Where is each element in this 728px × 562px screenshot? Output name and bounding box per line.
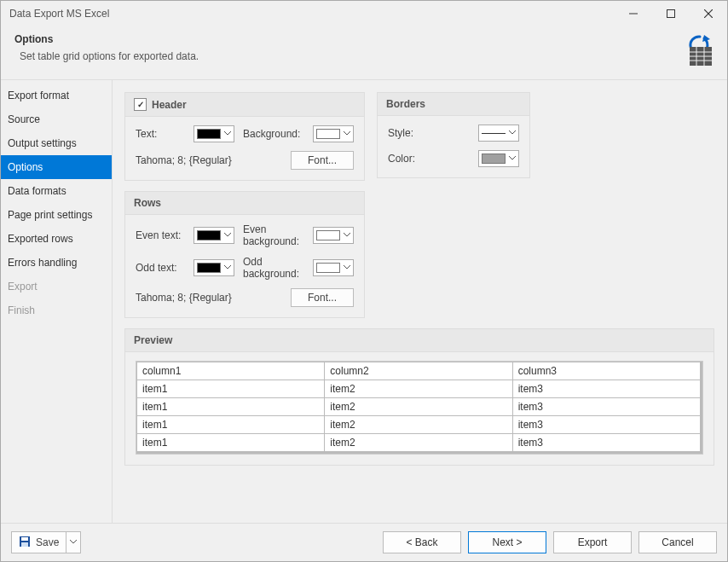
save-icon <box>19 536 31 550</box>
odd-bg-label: Odd background: <box>243 256 304 280</box>
header-bg-label: Background: <box>243 128 304 140</box>
sidebar-item-output-settings[interactable]: Output settings <box>1 131 112 155</box>
table-row: item1item2item3 <box>137 398 701 416</box>
cancel-button[interactable]: Cancel <box>638 531 717 553</box>
even-bg-label: Even background: <box>243 223 304 247</box>
preview-cell: item3 <box>512 416 700 434</box>
border-color-dropdown[interactable] <box>478 150 519 167</box>
border-style-label: Style: <box>388 127 470 139</box>
export-button[interactable]: Export <box>553 531 632 553</box>
even-bg-color-dropdown[interactable] <box>313 227 354 244</box>
preview-table: column1column2column3item1item2item3item… <box>136 362 701 452</box>
borders-group: Borders Style: Color: <box>377 92 530 178</box>
preview-column-header: column2 <box>325 362 512 380</box>
options-panel: ✓ Header Text: Background: <box>113 80 727 523</box>
preview-column-header: column1 <box>137 362 325 380</box>
save-split-button[interactable]: Save <box>11 531 81 553</box>
page-header: Options Set table grid options for expor… <box>1 26 727 80</box>
even-text-label: Even text: <box>136 229 185 241</box>
borders-group-title: Borders <box>386 98 425 110</box>
border-color-swatch <box>482 154 506 164</box>
table-row: item1item2item3 <box>137 434 701 452</box>
svg-rect-1 <box>667 10 675 18</box>
sidebar-item-page-print-settings[interactable]: Page print settings <box>1 203 112 227</box>
preview-cell: item2 <box>325 380 512 398</box>
even-bg-swatch <box>316 230 340 240</box>
preview-column-header: column3 <box>512 362 700 380</box>
page-subtitle: Set table grid options for exported data… <box>14 45 679 62</box>
header-text-swatch <box>197 129 221 139</box>
header-font-button[interactable]: Font... <box>291 151 354 170</box>
odd-bg-swatch <box>316 263 340 273</box>
border-style-dropdown[interactable] <box>478 125 519 142</box>
preview-cell: item1 <box>137 398 325 416</box>
table-row: item1item2item3 <box>137 380 701 398</box>
header-group: ✓ Header Text: Background: <box>124 92 365 181</box>
header-checkbox[interactable]: ✓ <box>134 98 147 111</box>
preview-group: Preview column1column2column3item1item2i… <box>124 328 714 466</box>
rows-group: Rows Even text: Even background: <box>124 191 365 318</box>
border-style-preview <box>482 133 506 134</box>
table-row: item1item2item3 <box>137 416 701 434</box>
svg-rect-13 <box>21 542 28 547</box>
chevron-down-icon <box>344 130 350 137</box>
preview-cell: item1 <box>137 416 325 434</box>
close-button[interactable] <box>690 1 727 26</box>
back-button[interactable]: < Back <box>383 531 461 553</box>
rows-group-title: Rows <box>134 197 161 209</box>
preview-cell: item3 <box>512 398 700 416</box>
rows-font-description: Tahoma; 8; {Regular} <box>136 292 282 304</box>
preview-cell: item2 <box>325 434 512 452</box>
preview-cell: item2 <box>325 416 512 434</box>
sidebar-item-export-format[interactable]: Export format <box>1 84 112 107</box>
preview-cell: item3 <box>512 380 700 398</box>
preview-cell: item3 <box>512 434 700 452</box>
export-wizard-window: Data Export MS Excel Options Set table g… <box>0 0 728 562</box>
window-title: Data Export MS Excel <box>9 8 615 20</box>
sidebar-item-source[interactable]: Source <box>1 107 112 131</box>
chevron-down-icon <box>224 130 231 137</box>
preview-cell: item1 <box>137 380 325 398</box>
maximize-button[interactable] <box>652 1 690 26</box>
chevron-down-icon <box>509 130 516 136</box>
chevron-down-icon <box>344 232 350 239</box>
even-text-swatch <box>197 230 221 240</box>
svg-rect-12 <box>21 537 28 541</box>
save-button-label: Save <box>36 536 59 548</box>
odd-bg-color-dropdown[interactable] <box>313 259 354 276</box>
sidebar-item-data-formats[interactable]: Data formats <box>1 179 112 203</box>
sidebar-item-options[interactable]: Options <box>1 155 112 179</box>
chevron-down-icon <box>509 155 516 162</box>
chevron-down-icon <box>344 264 350 271</box>
preview-group-title: Preview <box>134 334 172 346</box>
even-text-color-dropdown[interactable] <box>194 227 234 244</box>
next-button[interactable]: Next > <box>468 531 546 553</box>
header-bg-swatch <box>316 129 340 139</box>
header-text-label: Text: <box>136 128 185 140</box>
sidebar-item-finish: Finish <box>1 298 112 322</box>
odd-text-color-dropdown[interactable] <box>194 259 234 276</box>
sidebar-item-exported-rows[interactable]: Exported rows <box>1 227 112 251</box>
sidebar-item-errors-handling[interactable]: Errors handling <box>1 251 112 275</box>
preview-cell: item1 <box>137 434 325 452</box>
rows-font-button[interactable]: Font... <box>291 288 354 307</box>
sidebar-item-export: Export <box>1 275 112 298</box>
header-bg-color-dropdown[interactable] <box>313 125 354 142</box>
page-title: Options <box>14 33 679 45</box>
odd-text-label: Odd text: <box>136 262 185 274</box>
chevron-down-icon <box>224 264 231 271</box>
border-color-label: Color: <box>388 153 470 165</box>
titlebar: Data Export MS Excel <box>1 1 727 26</box>
header-text-color-dropdown[interactable] <box>194 125 234 142</box>
header-group-title: Header <box>152 99 187 111</box>
odd-text-swatch <box>197 263 221 273</box>
wizard-steps-sidebar: Export formatSourceOutput settingsOption… <box>1 80 113 523</box>
wizard-footer: Save < Back Next > Export Cancel <box>1 523 727 561</box>
chevron-down-icon <box>224 232 231 239</box>
export-excel-icon <box>679 33 714 67</box>
minimize-button[interactable] <box>615 1 652 26</box>
save-dropdown-toggle[interactable] <box>66 532 80 553</box>
header-font-description: Tahoma; 8; {Regular} <box>136 154 282 166</box>
preview-cell: item2 <box>325 398 512 416</box>
